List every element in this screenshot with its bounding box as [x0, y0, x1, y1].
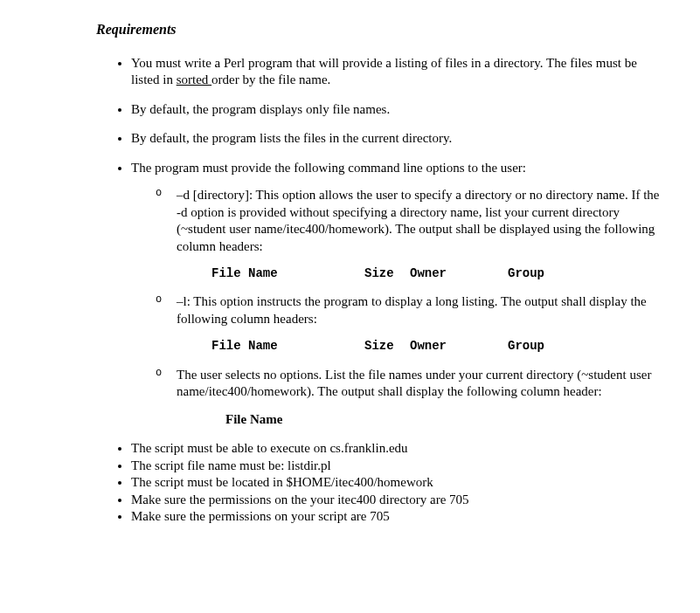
- req-item-4: The program must provide the following c…: [131, 160, 665, 428]
- section-heading: Requirements: [96, 21, 665, 39]
- option-none-text: The user selects no options. List the fi…: [177, 367, 665, 401]
- header-row-none: File Name: [225, 411, 665, 429]
- col-size: Size: [364, 265, 410, 281]
- req-3-text: By default, the program lists the files …: [131, 131, 452, 145]
- page: Requirements You must write a Perl progr…: [0, 0, 700, 561]
- req-7-text: The script must be located in $HOME/itec…: [131, 475, 433, 489]
- header-row-d: File Name Size Owner Group: [211, 265, 665, 281]
- col-group: Group: [508, 265, 544, 281]
- requirements-list: You must write a Perl program that will …: [114, 55, 665, 428]
- req-6-text: The script file name must be: listdir.pl: [131, 458, 331, 472]
- req-item-7: The script must be located in $HOME/itec…: [131, 474, 665, 492]
- req-item-6: The script file name must be: listdir.pl: [131, 458, 665, 475]
- req-item-2: By default, the program displays only fi…: [131, 101, 665, 119]
- req-1-text-underline: sorted: [177, 72, 211, 86]
- options-sublist: –d [directory]: This option allows the u…: [152, 187, 665, 428]
- req-item-1: You must write a Perl program that will …: [131, 55, 665, 89]
- req-8-text: Make sure the permissions on the your it…: [131, 492, 469, 506]
- col-owner: Owner: [410, 265, 508, 281]
- req-item-9: Make sure the permissions on your script…: [131, 508, 665, 526]
- req-5-text: The script must be able to execute on cs…: [131, 441, 408, 455]
- req-1-text-post: order by the file name.: [211, 72, 330, 86]
- col-file: File Name: [211, 265, 364, 281]
- req-item-5: The script must be able to execute on cs…: [131, 440, 665, 458]
- req-9-text: Make sure the permissions on your script…: [131, 509, 390, 523]
- option-d: –d [directory]: This option allows the u…: [152, 187, 665, 281]
- req-item-3: By default, the program lists the files …: [131, 130, 665, 148]
- option-d-text: –d [directory]: This option allows the u…: [177, 187, 665, 255]
- option-none: The user selects no options. List the fi…: [152, 367, 665, 429]
- option-l-text: –l: This option instructs the program to…: [177, 293, 665, 327]
- req-2-text: By default, the program displays only fi…: [131, 102, 390, 116]
- col-size: Size: [364, 338, 410, 354]
- requirements-list-tail: The script must be able to execute on cs…: [114, 440, 665, 526]
- header-row-l: File Name Size Owner Group: [211, 338, 665, 354]
- req-item-8: Make sure the permissions on the your it…: [131, 492, 665, 509]
- col-file: File Name: [211, 338, 364, 354]
- col-group: Group: [508, 338, 544, 354]
- col-owner: Owner: [410, 338, 508, 354]
- req-4-text: The program must provide the following c…: [131, 161, 526, 175]
- option-l: –l: This option instructs the program to…: [152, 293, 665, 354]
